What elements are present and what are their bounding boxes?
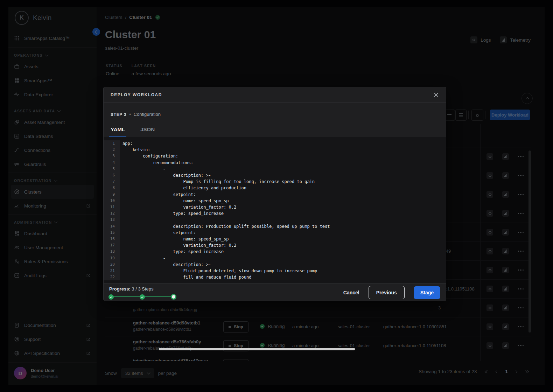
step-done-icon [140,294,145,300]
progress-steps [108,294,176,300]
table-horizontal-scrollbar[interactable] [159,348,355,350]
progress-text: Progress: 3 / 3 Steps [109,286,153,292]
modal-title: DEPLOY WORKLOAD [111,92,162,97]
close-icon[interactable] [433,92,439,98]
stage-button[interactable]: Stage [414,286,440,299]
step-done-icon [108,294,114,300]
tab-json[interactable]: JSON [140,124,155,137]
tab-yaml[interactable]: YAML [111,124,125,137]
cancel-button[interactable]: Cancel [343,290,359,295]
deploy-workload-modal: DEPLOY WORKLOAD STEP 3 • Configuration Y… [103,87,446,301]
step-current-icon [171,294,176,300]
yaml-editor[interactable]: app: kelvin: configuration: recommendati… [104,137,446,284]
previous-button[interactable]: Previous [369,286,405,299]
editor-tabs: YAML JSON [104,124,446,137]
step-indicator: STEP 3 • Configuration [111,112,161,117]
modal-footer: Progress: 3 / 3 Steps Cancel Previous St… [104,284,446,301]
